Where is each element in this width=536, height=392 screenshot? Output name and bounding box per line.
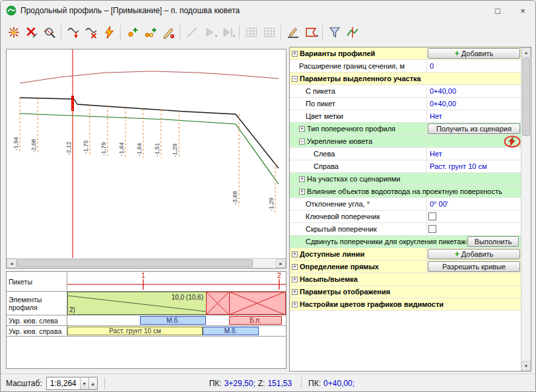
mark-color-value[interactable]: Нет xyxy=(427,112,442,120)
new-profile-icon[interactable] xyxy=(5,24,22,42)
reinforcement-cell[interactable]: М.б. xyxy=(140,316,206,325)
draw-line-icon[interactable] xyxy=(284,24,302,42)
angle-deviation-value[interactable]: 0° 00' xyxy=(427,200,448,208)
scale-spinner[interactable]: 1:8,264 ▼ ▲ xyxy=(46,377,98,390)
filter-icon[interactable] xyxy=(325,24,343,42)
scroll-right-arrow[interactable]: ► xyxy=(276,259,286,268)
z-value: 151,53 xyxy=(267,379,292,388)
from-picket-value-cell: 0+40,00 xyxy=(427,85,521,97)
hidden-cross-section-checkbox[interactable] xyxy=(428,225,436,233)
offset-label: -1,75 xyxy=(83,140,89,154)
expand-toggle-profile-variants[interactable]: + xyxy=(292,51,298,57)
maximize-button[interactable]: □ xyxy=(490,3,505,18)
reinforcement-cell[interactable]: Раст. грунт 10 см xyxy=(67,327,203,335)
reinforcement-cell[interactable]: Б.п. xyxy=(229,316,282,325)
prop-row-hidden-cross-section: Скрытый поперечник xyxy=(290,223,521,236)
chart-horizontal-scrollbar[interactable]: ◄ ► xyxy=(7,258,286,268)
add-point-icon[interactable] xyxy=(123,24,141,42)
insert-node-icon[interactable] xyxy=(64,24,82,42)
profile-variants-value-cell: +Добавить xyxy=(427,48,521,59)
segment-icon xyxy=(183,24,201,42)
to-picket-label: По пикет xyxy=(306,100,335,108)
property-vertical-scrollbar[interactable]: ▲ ▼ xyxy=(521,48,531,371)
add-points-icon[interactable] xyxy=(141,24,159,42)
scroll-thumb[interactable] xyxy=(17,259,253,267)
profile-element-red-1[interactable] xyxy=(206,292,230,315)
ditch-right-value[interactable]: Раст. грунт 10 см xyxy=(427,162,487,170)
offset-label: -1,94 xyxy=(13,137,19,150)
expand-toggle-cross-profile-type[interactable]: + xyxy=(299,126,305,132)
edit-point-icon[interactable] xyxy=(159,24,177,42)
scroll-left-arrow[interactable]: ◄ xyxy=(7,259,17,268)
region-icon[interactable]: ▼ xyxy=(302,24,319,42)
scroll-thumb-vertical[interactable] xyxy=(522,58,530,136)
rebuild-profile-icon[interactable] xyxy=(100,24,117,42)
title-bar[interactable]: Продольный профиль – [Примыкание] – п. п… xyxy=(1,1,535,20)
element-length-label: 10,0 (10,6) xyxy=(172,294,203,301)
expand-toggle-ditch-reinforcement[interactable]: − xyxy=(299,139,305,145)
row-label-pickets: Пикеты xyxy=(7,272,67,291)
row-label-reinforce-right: Укр. кюв. справа xyxy=(7,326,67,336)
offset-label: -2,12 xyxy=(65,141,72,155)
straights-definition-button[interactable]: Разрешить кривые xyxy=(428,261,520,272)
cross-profile-type-button[interactable]: Получить из сценария xyxy=(428,123,520,134)
scale-up-button[interactable]: ▲ xyxy=(88,377,97,389)
cross-section-icon[interactable] xyxy=(343,24,361,42)
reinforcement-cell[interactable]: М.б. xyxy=(203,327,259,335)
to-picket-value[interactable]: 0+40,00 xyxy=(427,100,456,108)
ditch-reinforcement-value-cell xyxy=(427,135,521,147)
visibility-graph-colors-label: Настройки цветов графиков видимости xyxy=(300,300,444,308)
available-lines-label: Доступные линии xyxy=(300,250,364,258)
statusbar-separator xyxy=(301,377,302,389)
scroll-up-arrow[interactable]: ▲ xyxy=(521,48,531,57)
profile-chart-panel[interactable]: -1,94-2,08-2,12-1,75-1,79-1,64-1,64-1,51… xyxy=(6,49,286,269)
scroll-down-arrow[interactable]: ▼ xyxy=(521,361,531,371)
from-picket-value[interactable]: 0+40,00 xyxy=(427,87,456,95)
section-bounds-extension-label: Расширение границ сечения, м xyxy=(299,62,405,70)
scale-down-button[interactable]: ▼ xyxy=(80,377,88,389)
prop-row-drainage-influence: +Влияние объектов водоотвода на проектну… xyxy=(290,185,521,198)
cursor-position-readout: ПК: 3+29,50; Z: 151,53 xyxy=(209,379,294,388)
picket-number: 1 xyxy=(141,272,145,279)
pk2-label: ПК: xyxy=(308,379,321,388)
table-row-pickets: Пикеты 12 xyxy=(7,272,286,292)
expand-toggle-fill-cut[interactable]: + xyxy=(292,277,298,282)
expand-toggle-straights-definition[interactable]: + xyxy=(292,264,298,270)
mark-color-value-cell: Нет xyxy=(427,110,521,122)
close-button[interactable]: × xyxy=(516,3,530,18)
available-lines-add-button[interactable]: +Добавить xyxy=(428,249,520,259)
expand-toggle-scenario-areas[interactable]: + xyxy=(299,176,305,182)
table-row-elements: Элементы профиля 10,0 (10,6) 2) xyxy=(7,292,286,315)
picket-number: 2 xyxy=(277,272,281,279)
ditch-left-value[interactable]: Нет xyxy=(427,150,442,158)
prop-row-fill-cut: +Насыпь/выемка xyxy=(290,273,521,286)
profile-variants-add-button[interactable]: +Добавить xyxy=(428,48,520,59)
key-cross-section-checkbox[interactable] xyxy=(428,212,436,220)
expand-toggle-visibility-graph-colors[interactable]: + xyxy=(292,302,298,308)
search-profile-icon[interactable] xyxy=(40,24,58,42)
row-label-reinforce-left: Укр. кюв. слева xyxy=(7,315,67,325)
hidden-cross-section-value-cell xyxy=(427,223,521,235)
delete-node-icon[interactable] xyxy=(82,24,100,42)
scale-value[interactable]: 1:8,264 xyxy=(47,379,80,388)
expand-toggle-display-params[interactable]: + xyxy=(292,289,298,295)
expand-toggle-available-lines[interactable]: + xyxy=(292,251,298,257)
from-picket-label: С пикета xyxy=(306,87,335,95)
prop-row-angle-deviation: Отклонение угла, °0° 00' xyxy=(290,198,521,211)
shift-cross-sections-button[interactable]: Выполнить xyxy=(467,236,519,247)
cross-profile-type-label: Тип поперечного профиля xyxy=(307,125,395,133)
prop-row-display-params: +Параметры отображения xyxy=(290,286,521,298)
offset-label: -3,68 xyxy=(232,191,238,205)
to-picket-value-cell: 0+40,00 xyxy=(427,98,521,110)
expand-toggle-selected-area-params[interactable]: − xyxy=(292,76,298,82)
offset-label: -1,64 xyxy=(118,142,125,156)
row-label-elements: Элементы профиля xyxy=(7,292,67,315)
toolbar-separator xyxy=(120,25,121,40)
expand-toggle-drainage-influence[interactable]: + xyxy=(299,189,305,195)
scale-label: Масштаб: xyxy=(6,379,42,388)
delete-profile-icon[interactable] xyxy=(22,24,40,42)
section-bounds-extension-value[interactable]: 0 xyxy=(427,62,434,70)
prop-row-section-bounds-extension: Расширение границ сечения, м0 xyxy=(290,60,521,73)
prop-row-selected-area-params: −Параметры выделенного участка xyxy=(290,73,521,85)
profile-element-red-2[interactable] xyxy=(229,292,286,315)
